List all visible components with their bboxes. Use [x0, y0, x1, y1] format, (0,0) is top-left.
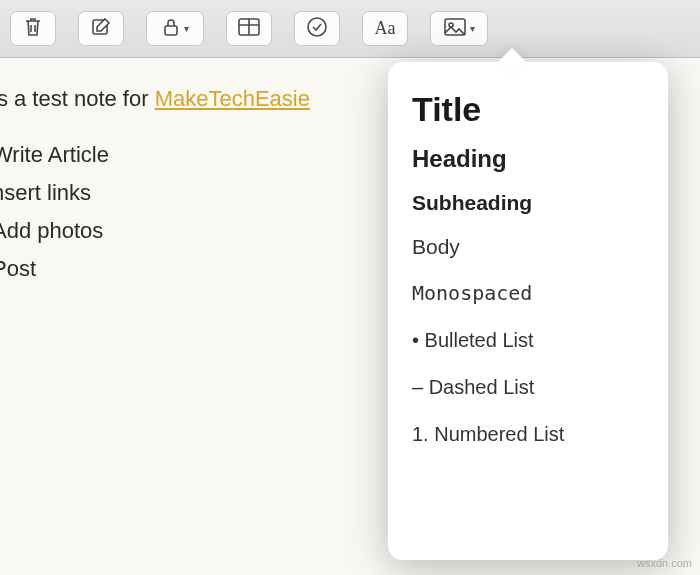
style-subheading[interactable]: Subheading — [412, 191, 644, 215]
photo-icon — [444, 18, 466, 40]
table-button[interactable] — [226, 11, 272, 46]
media-button[interactable]: ▾ — [430, 11, 488, 46]
trash-icon — [23, 16, 43, 42]
style-numbered-list[interactable]: 1. Numbered List — [412, 423, 644, 446]
format-button[interactable]: Aa — [362, 11, 408, 46]
format-popover: Title Heading Subheading Body Monospaced… — [388, 62, 668, 560]
compose-button[interactable] — [78, 11, 124, 46]
note-link[interactable]: MakeTechEasie — [155, 86, 310, 111]
compose-icon — [91, 17, 111, 41]
toolbar: ▾ Aa ▾ — [0, 0, 700, 58]
chevron-down-icon: ▾ — [470, 23, 475, 34]
table-icon — [238, 18, 260, 40]
style-body[interactable]: Body — [412, 235, 644, 259]
chevron-down-icon: ▾ — [184, 23, 189, 34]
lock-icon — [162, 17, 180, 41]
style-title[interactable]: Title — [412, 90, 644, 129]
style-monospaced[interactable]: Monospaced — [412, 281, 644, 305]
svg-point-3 — [308, 18, 326, 36]
lock-button[interactable]: ▾ — [146, 11, 204, 46]
style-heading[interactable]: Heading — [412, 145, 644, 173]
check-circle-icon — [306, 16, 328, 42]
watermark: wsxdn.com — [637, 557, 692, 569]
svg-rect-1 — [165, 26, 177, 35]
format-icon: Aa — [375, 18, 396, 39]
checklist-button[interactable] — [294, 11, 340, 46]
style-dashed-list[interactable]: – Dashed List — [412, 376, 644, 399]
note-text: is a test note for — [0, 86, 155, 111]
style-bulleted-list[interactable]: • Bulleted List — [412, 329, 644, 352]
delete-button[interactable] — [10, 11, 56, 46]
